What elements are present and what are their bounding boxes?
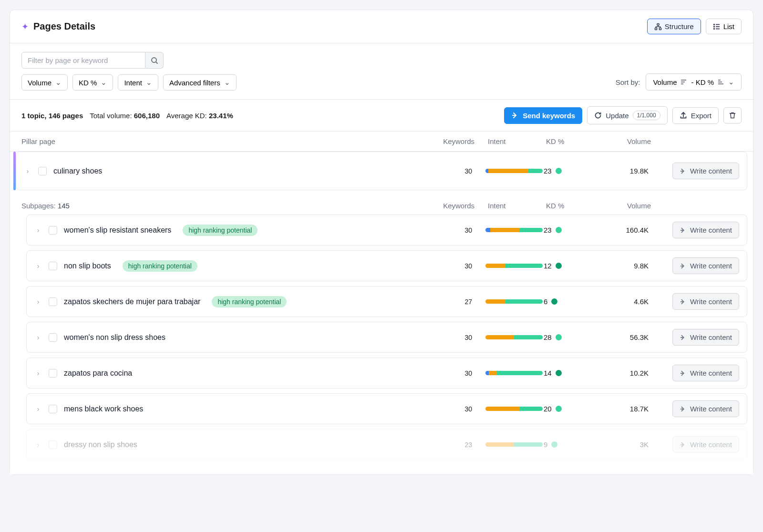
svg-point-9 [152,58,156,62]
pillar-row: › culinary shoes 30 23 19.8K Write conte… [16,152,747,190]
expand-toggle[interactable]: › [34,405,42,413]
page-name: non slip boots [64,262,111,270]
table-row: ›mens black work shoes302018.7KWrite con… [26,393,747,424]
intent-bar [485,442,543,447]
update-button[interactable]: Update 1/1,000 [587,106,667,124]
expand-toggle[interactable]: › [34,369,42,377]
write-content-button[interactable]: Write content [672,400,739,417]
col-keywords: Keywords [422,137,474,145]
page-name: dressy non slip shoes [64,440,137,449]
filters-bar: Volume⌄ KD %⌄ Intent⌄ Advanced filters⌄ … [10,43,753,100]
delete-button[interactable] [723,107,742,123]
row-checkbox[interactable] [49,262,57,270]
export-button[interactable]: Export [672,107,719,124]
expand-toggle[interactable]: › [24,167,31,175]
filter-advanced[interactable]: Advanced filters⌄ [163,74,237,91]
cell-keywords: 23 [420,441,472,449]
table-row: ›non slip bootshigh ranking potential301… [26,250,747,281]
intent-bar [485,264,543,268]
search-input[interactable] [21,52,145,69]
send-keywords-button[interactable]: Send keywords [504,107,582,124]
row-checkbox[interactable] [49,440,57,449]
write-content-button[interactable]: Write content [672,163,739,179]
expand-toggle[interactable]: › [34,441,42,449]
cell-volume: 19.8K [591,167,649,175]
subpages-header: Subpages: 145 Keywords Intent KD % Volum… [10,195,753,215]
kd-dot [556,406,562,412]
ranking-potential-tag: high ranking potential [183,225,258,236]
page-name: women's slip resistant sneakers [64,226,171,235]
svg-point-3 [713,24,714,25]
topics-pages-count: 1 topic, 146 pages [21,112,83,120]
filter-intent[interactable]: Intent⌄ [118,74,158,91]
cell-volume: 18.7K [591,405,649,413]
row-checkbox[interactable] [49,226,57,235]
col-kd: KD % [546,137,594,145]
arrow-icon [680,263,686,269]
write-content-button[interactable]: Write content [672,293,739,310]
chevron-down-icon: ⌄ [55,78,62,87]
kd-dot [556,227,562,233]
cell-kd: 6 [544,297,547,306]
expand-toggle[interactable]: › [34,226,42,234]
expand-toggle[interactable]: › [34,262,42,270]
avg-kd-value: 23.41% [209,112,233,120]
table-row: ›women's non slip dress shoes302856.3KWr… [26,322,747,353]
table-row: ›dressy non slip shoes2393KWrite content [26,429,747,460]
cell-kd: 23 [544,167,552,175]
expand-toggle[interactable]: › [34,334,42,341]
ranking-potential-tag: high ranking potential [212,296,287,307]
list-view-toggle[interactable]: List [706,19,742,34]
row-checkbox[interactable] [38,167,47,175]
row-checkbox[interactable] [49,333,57,342]
structure-view-toggle[interactable]: Structure [647,19,701,34]
intent-bar [485,335,543,339]
refresh-icon [594,112,602,119]
intent-bar [485,371,543,375]
list-icon [713,23,721,31]
chevron-down-icon: ⌄ [101,78,107,87]
write-content-button[interactable]: Write content [672,222,739,238]
arrow-icon [680,370,686,377]
cell-volume: 3K [591,440,649,449]
row-checkbox[interactable] [49,297,57,306]
chevron-down-icon: ⌄ [224,78,230,87]
sort-asc-icon [718,79,724,85]
page-name: zapatos skechers de mujer para trabajar [64,297,200,306]
filter-kd[interactable]: KD %⌄ [72,74,113,91]
structure-view-label: Structure [665,22,694,31]
svg-rect-0 [657,23,659,25]
col-pillar: Pillar page [21,137,422,145]
row-checkbox[interactable] [49,369,57,378]
cell-keywords: 30 [420,369,472,377]
svg-line-10 [156,62,158,64]
cell-volume: 160.4K [591,226,649,234]
pillar-accent [13,152,16,190]
write-content-button[interactable]: Write content [672,257,739,274]
table-header: Pillar page Keywords Intent KD % Volume [10,132,753,152]
search-button[interactable] [145,52,164,69]
col-volume: Volume [594,137,651,145]
table-row: ›zapatos skechers de mujer para trabajar… [26,286,747,317]
sort-button[interactable]: Volume - KD % ⌄ [646,73,742,91]
export-icon [680,112,687,119]
kd-dot [556,263,562,269]
subpages-count: 145 [58,202,70,210]
sort-by-label: Sort by: [616,78,640,86]
pillar-name: culinary shoes [53,167,102,175]
page-name: mens black work shoes [64,405,143,413]
row-checkbox[interactable] [49,405,57,413]
write-content-button[interactable]: Write content [672,436,739,453]
svg-rect-2 [659,28,661,30]
write-content-button[interactable]: Write content [672,329,739,346]
filter-volume[interactable]: Volume⌄ [21,74,68,91]
kd-dot [556,334,562,340]
svg-point-5 [713,26,714,27]
cell-kd: 12 [544,262,552,270]
svg-rect-1 [655,28,657,30]
write-content-button[interactable]: Write content [672,365,739,381]
cell-keywords: 30 [420,226,472,234]
cell-volume: 4.6K [591,297,649,306]
arrow-icon [680,441,686,448]
expand-toggle[interactable]: › [34,298,42,306]
